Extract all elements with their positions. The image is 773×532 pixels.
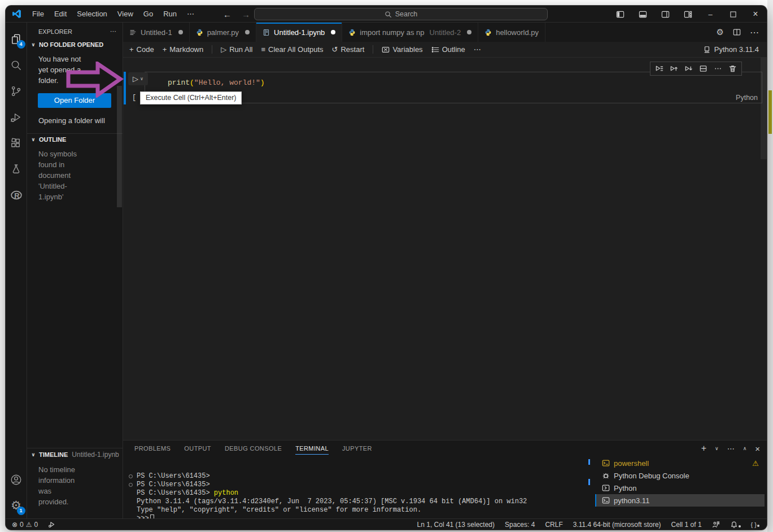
tab-description: Untitled-2 [430, 28, 461, 37]
tab-untitled-1-ipynb[interactable]: Untitled-1.ipynb [256, 23, 342, 42]
notebook-scrollbar[interactable] [761, 58, 767, 159]
variables-button[interactable]: Variables [382, 45, 422, 54]
kernel-picker[interactable]: Python 3.11.4 [703, 45, 767, 54]
testing-icon[interactable] [6, 156, 27, 182]
menu-edit[interactable]: Edit [49, 6, 72, 23]
extensions-icon[interactable] [6, 130, 27, 156]
new-terminal-icon[interactable]: + [701, 443, 706, 453]
search-view-icon[interactable] [6, 52, 27, 78]
outline-icon [431, 46, 439, 54]
run-cell-button[interactable]: ▷ ∨ [128, 72, 148, 85]
r-extension-icon[interactable]: R [6, 182, 27, 208]
page-scrollbar-track[interactable] [767, 0, 773, 532]
accounts-icon[interactable] [6, 466, 27, 492]
tab-terminal[interactable]: TERMINAL [295, 441, 329, 456]
back-arrow-icon[interactable]: ← [223, 10, 232, 19]
command-decoration-icon[interactable] [129, 483, 133, 487]
section-outline[interactable]: ∨ OUTLINE [27, 134, 123, 145]
add-code-cell-button[interactable]: +Code [129, 45, 154, 54]
tab-helloworld-py[interactable]: helloworld.py [478, 23, 545, 42]
run-all-button[interactable]: ▷Run All [221, 45, 252, 54]
settings-gear-icon[interactable]: ⚙ 1 [6, 492, 27, 518]
sidebar-more-actions-icon[interactable]: ⋯ [110, 28, 117, 35]
terminal-item-python[interactable]: Python [595, 482, 765, 494]
dirty-dot-icon[interactable] [245, 30, 250, 34]
tab-debug-console[interactable]: DEBUG CONSOLE [225, 441, 282, 456]
maximize-button[interactable] [722, 6, 744, 23]
cell-focus-bar [124, 72, 126, 104]
chevron-down-icon: ∨ [29, 137, 37, 142]
menu-more[interactable]: ⋯ [182, 6, 199, 23]
tab-untitled-2[interactable]: import numpy as np Untitled-2 [342, 23, 478, 42]
menu-run[interactable]: Run [158, 6, 182, 23]
add-markdown-cell-button[interactable]: +Markdown [163, 45, 204, 54]
execute-cell-and-below-icon[interactable] [684, 64, 693, 73]
menu-file[interactable]: File [27, 6, 49, 23]
python-interpreter-status[interactable]: 3.11.4 64-bit (microsoft store) [570, 521, 664, 529]
maximize-panel-icon[interactable]: ∧ [743, 446, 747, 451]
forward-arrow-icon[interactable]: → [242, 10, 250, 19]
feedback-status[interactable] [709, 521, 723, 529]
minimize-button[interactable]: – [699, 6, 722, 23]
section-no-folder-opened[interactable]: ∨ NO FOLDER OPENED [27, 39, 123, 50]
execute-above-cells-icon[interactable] [670, 64, 678, 73]
toolbar-more-icon[interactable]: ⋯ [474, 45, 481, 54]
tab-untitled-1[interactable]: Untitled-1 [123, 23, 190, 42]
tab-jupyter[interactable]: JUPYTER [342, 441, 372, 456]
terminal-output[interactable]: PS C:\Users\61435> PS C:\Users\61435> PS… [129, 456, 591, 518]
problems-status[interactable]: ⊗ 0 ⚠ 0 [9, 521, 41, 529]
terminal-item-python-debug-console[interactable]: Python Debug Console [595, 469, 765, 482]
sidebar-scrollbar[interactable] [117, 86, 122, 207]
menu-selection[interactable]: Selection [72, 6, 112, 23]
outline-button[interactable]: Outline [431, 45, 465, 54]
cell-position-status[interactable]: Cell 1 of 1 [669, 521, 705, 529]
close-panel-icon[interactable]: × [755, 444, 760, 453]
open-folder-button[interactable]: Open Folder [38, 93, 111, 108]
dirty-dot-icon[interactable] [178, 30, 183, 34]
indentation-status[interactable]: Spaces: 4 [502, 521, 538, 529]
command-center-search[interactable]: Search [254, 8, 548, 20]
toggle-panel-icon[interactable] [631, 6, 654, 23]
split-editor-icon[interactable] [733, 28, 741, 36]
delete-cell-icon[interactable] [728, 64, 737, 73]
tab-output[interactable]: OUTPUT [184, 441, 211, 456]
debug-launch-status[interactable] [45, 521, 58, 528]
more-actions-icon[interactable]: ⋯ [750, 27, 759, 38]
customize-layout-icon[interactable] [676, 6, 699, 23]
execute-by-line-icon[interactable] [655, 64, 663, 73]
tab-palmer-py[interactable]: palmer.py [190, 23, 256, 42]
language-status[interactable]: { } [748, 521, 762, 528]
settings-badge: 1 [17, 507, 25, 515]
timeline-header-row[interactable]: ∨ TIMELINE Untitled-1.ipynb [27, 448, 123, 461]
close-button[interactable]: × [744, 6, 767, 23]
code-cell[interactable]: ▷ ∨ print("Hello, world!") [ ] Python Ex… [124, 72, 762, 104]
terminal-item-powershell[interactable]: powershell ⚠ [595, 457, 765, 469]
toggle-secondary-sidebar-icon[interactable] [654, 6, 676, 23]
python-icon [196, 29, 203, 36]
tab-problems[interactable]: PROBLEMS [134, 441, 171, 456]
command-decoration-icon[interactable] [129, 474, 133, 478]
explorer-icon[interactable]: 4 [6, 26, 27, 52]
toggle-primary-sidebar-icon[interactable] [609, 6, 631, 23]
dirty-dot-icon[interactable] [467, 30, 471, 34]
terminal-item-python311[interactable]: python3.11 [595, 494, 765, 507]
run-debug-icon[interactable] [6, 104, 27, 130]
panel-more-icon[interactable]: ⋯ [727, 444, 735, 453]
source-control-icon[interactable] [6, 78, 27, 104]
more-actions-icon[interactable] [714, 64, 722, 73]
braces-icon: { } [751, 521, 757, 528]
terminal-dropdown-icon[interactable]: ∨ [715, 446, 719, 451]
svg-text:R: R [14, 191, 20, 200]
split-cell-icon[interactable] [699, 64, 708, 73]
run-icon: ▷ [133, 75, 138, 82]
clear-all-outputs-button[interactable]: ≡Clear All Outputs [261, 45, 323, 54]
eol-status[interactable]: CRLF [542, 521, 565, 529]
restart-button[interactable]: ↺Restart [332, 45, 365, 54]
cursor-position-status[interactable]: Ln 1, Col 41 (13 selected) [414, 521, 497, 529]
menu-view[interactable]: View [112, 6, 138, 23]
menu-go[interactable]: Go [138, 6, 158, 23]
notifications-status[interactable] [727, 521, 744, 529]
gear-icon[interactable]: ⚙ [717, 27, 724, 37]
cell-language-picker[interactable]: Python [736, 94, 758, 102]
dirty-dot-icon[interactable] [331, 30, 335, 34]
